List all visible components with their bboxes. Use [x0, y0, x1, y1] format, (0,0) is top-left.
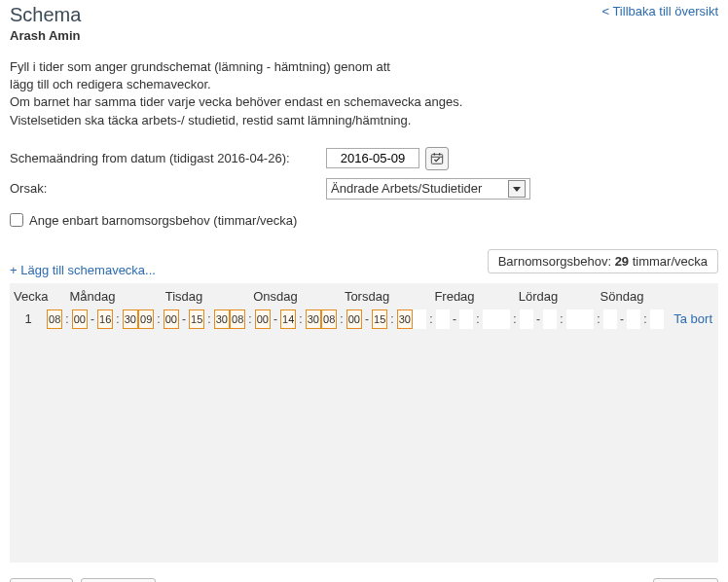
hours-only-checkbox-row[interactable]: Ange enbart barnomsorgsbehov (timmar/vec… [10, 213, 718, 228]
sun-start-m[interactable] [603, 309, 617, 329]
cell-fri: : - : [413, 309, 496, 329]
cell-thu: 08:00 - 15:30 [321, 309, 413, 329]
col-vecka: Vecka [10, 285, 47, 308]
tue-start-h[interactable]: 09 [138, 309, 154, 329]
student-name: Arash Amin [10, 28, 81, 43]
intro-text: Fyll i tider som anger grundschemat (läm… [10, 58, 718, 129]
thu-start-m[interactable]: 00 [346, 309, 362, 329]
col-thu: Torsdag [321, 285, 413, 308]
need-badge: Barnomsorgsbehov: 29 timmar/vecka [488, 249, 718, 273]
tue-end-m[interactable]: 30 [214, 309, 230, 329]
reset-button[interactable]: Återställ [81, 578, 156, 582]
col-fri: Fredag [413, 285, 496, 308]
cell-mon: 08:00 - 16:30 [47, 309, 138, 329]
col-sun: Söndag [580, 285, 664, 308]
hours-only-label: Ange enbart barnomsorgsbehov (timmar/vec… [29, 213, 297, 228]
reason-value: Ändrade Arbets/Studietider [331, 181, 482, 196]
sun-end-h[interactable] [627, 309, 640, 329]
mon-start-m[interactable]: 00 [72, 309, 88, 329]
fri-end-h[interactable] [459, 309, 473, 329]
cell-sat: : - : [496, 309, 580, 329]
remove-week-link[interactable]: Ta bort [664, 311, 718, 326]
sat-end-h[interactable] [543, 309, 557, 329]
svg-rect-0 [431, 154, 442, 164]
svg-marker-4 [513, 187, 521, 192]
wed-end-h[interactable]: 14 [280, 309, 296, 329]
col-sat: Lördag [496, 285, 580, 308]
thu-start-h[interactable]: 08 [321, 309, 337, 329]
fri-start-m[interactable] [436, 309, 450, 329]
sun-end-m[interactable] [650, 309, 664, 329]
date-input[interactable] [326, 148, 419, 168]
save-button[interactable]: Spara [10, 578, 73, 582]
cell-tue: 09:00 - 15:30 [138, 309, 230, 329]
mon-start-h[interactable]: 08 [47, 309, 62, 329]
wed-end-m[interactable]: 30 [306, 309, 321, 329]
fri-start-h[interactable] [413, 309, 426, 329]
calendar-icon [430, 152, 444, 165]
sat-start-h[interactable] [496, 309, 510, 329]
reason-label: Orsak: [10, 181, 326, 196]
table-row: 1 08:00 - 16:30 09:00 - 15:30 08:00 - 14… [10, 309, 718, 329]
mon-end-h[interactable]: 16 [97, 309, 113, 329]
cancel-button[interactable]: Avbryt [653, 578, 718, 582]
hours-only-checkbox[interactable] [10, 213, 23, 227]
chevron-down-icon [508, 180, 526, 198]
mon-end-m[interactable]: 30 [123, 309, 138, 329]
cell-wed: 08:00 - 14:30 [230, 309, 321, 329]
add-week-link[interactable]: + Lägg till schemavecka... [10, 263, 156, 277]
wed-start-h[interactable]: 08 [230, 309, 245, 329]
thu-end-m[interactable]: 30 [397, 309, 413, 329]
col-wed: Onsdag [230, 285, 321, 308]
col-mon: Måndag [47, 285, 138, 308]
cell-sun: : - : [580, 309, 664, 329]
reason-select[interactable]: Ändrade Arbets/Studietider [326, 178, 530, 200]
fri-end-m[interactable] [483, 309, 496, 329]
tue-end-h[interactable]: 15 [189, 309, 204, 329]
sat-end-m[interactable] [566, 309, 580, 329]
date-label: Schemaändring from datum (tidigast 2016-… [10, 151, 326, 165]
schedule-table: Vecka Måndag Tisdag Onsdag Torsdag Freda… [10, 283, 718, 563]
thu-end-h[interactable]: 15 [372, 309, 387, 329]
sun-start-h[interactable] [580, 309, 594, 329]
sat-start-m[interactable] [520, 309, 533, 329]
tue-start-m[interactable]: 00 [164, 309, 179, 329]
week-number: 1 [10, 311, 47, 326]
calendar-button[interactable] [425, 147, 449, 170]
page-title: Schema [10, 4, 81, 26]
back-link[interactable]: < Tillbaka till översikt [601, 4, 718, 18]
wed-start-m[interactable]: 00 [255, 309, 271, 329]
col-tue: Tisdag [138, 285, 230, 308]
